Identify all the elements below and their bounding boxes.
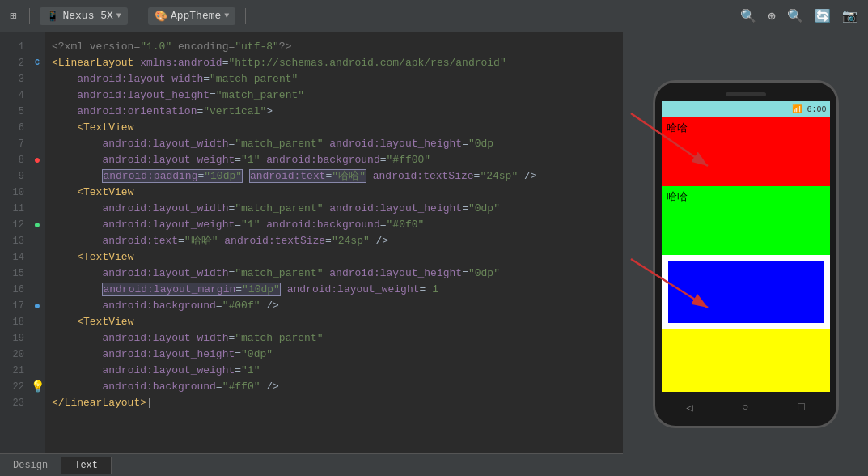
blue-section: [668, 261, 824, 324]
zoom-fit-btn[interactable]: ⊕: [764, 6, 779, 26]
code-line-12: android:layout_weight="1" android:backgr…: [45, 217, 623, 233]
ln-21: 21: [13, 363, 24, 379]
ln-22: 22: [13, 379, 24, 395]
code-area[interactable]: 1 2 3 4 5 6 7 8 9 10 11 12 13 14 15 16 1…: [0, 32, 623, 453]
ln-18: 18: [13, 314, 24, 330]
code-line-22: android:background="#ff0" />: [45, 379, 623, 395]
tab-text[interactable]: Text: [61, 457, 112, 474]
screen-content: 哈哈 哈哈: [662, 117, 830, 392]
main-area: 1 2 3 4 5 6 7 8 9 10 11 12 13 14 15 16 1…: [0, 32, 868, 476]
code-line-21: android:layout_weight="1": [45, 363, 623, 379]
device-selector[interactable]: 📱 Nexus 5X ▼: [40, 7, 127, 25]
tab-design[interactable]: Design: [0, 457, 61, 474]
ln-4: 4: [19, 87, 24, 104]
code-line-10: <TextView: [45, 185, 623, 201]
ln-12: 12: [13, 217, 24, 233]
device-arrow: ▼: [116, 11, 121, 20]
code-line-16: android:layout_margin="10dp" android:lay…: [45, 282, 623, 298]
ln-20: 20: [13, 346, 24, 363]
code-line-13: android:text="哈哈" android:textSize="24sp…: [45, 233, 623, 249]
ln-9: 9: [19, 168, 24, 185]
ln-1: 1: [19, 39, 24, 55]
ln-11: 11: [13, 201, 24, 217]
ln-10: 10: [13, 185, 24, 201]
ln-7: 7: [19, 136, 24, 152]
code-line-23: </LinearLayout>|: [45, 395, 623, 411]
code-line-3: android:layout_width="match_parent": [45, 71, 623, 87]
device-icon: 📱: [46, 10, 59, 23]
back-icon[interactable]: ◁: [686, 401, 692, 414]
code-line-11: android:layout_width="match_parent" andr…: [45, 201, 623, 217]
yellow-section: [662, 329, 830, 392]
status-text: 📶 6:00: [792, 104, 826, 114]
code-editor: 1 2 3 4 5 6 7 8 9 10 11 12 13 14 15 16 1…: [0, 32, 623, 476]
ln-13: 13: [13, 233, 24, 249]
code-line-9: android:padding="10dp" android:text="哈哈"…: [45, 168, 623, 185]
home-icon[interactable]: ○: [742, 401, 748, 414]
code-line-1: <?xml version="1.0" encoding="utf-8"?>: [45, 39, 623, 55]
code-line-20: android:layout_height="0dp": [45, 346, 623, 363]
g-8: ●: [34, 152, 40, 168]
ln-6: 6: [19, 120, 24, 136]
code-line-19: android:layout_width="match_parent": [45, 330, 623, 346]
ln-23: 23: [13, 395, 24, 411]
code-line-5: android:orientation="vertical">: [45, 104, 623, 120]
ln-19: 19: [13, 330, 24, 346]
camera-btn[interactable]: 📷: [839, 6, 862, 26]
red-text: 哈哈: [667, 122, 688, 134]
separator-2: [138, 8, 138, 24]
code-line-15: android:layout_width="match_parent" andr…: [45, 266, 623, 282]
bottom-tabs: Design Text: [0, 453, 623, 476]
device-preview: 📶 6:00 哈哈 哈哈 ◁ ○ □: [623, 32, 868, 476]
separator-3: [245, 8, 246, 24]
ln-14: 14: [13, 249, 24, 266]
phone-speaker: [726, 92, 766, 96]
ln-16: 16: [13, 282, 24, 298]
device-label: Nexus 5X: [62, 10, 112, 22]
separator-1: [29, 8, 30, 24]
toolbar-right: 🔍 ⊕ 🔍 🔄 📷: [737, 6, 862, 26]
phone-screen: 📶 6:00 哈哈 哈哈: [662, 101, 830, 392]
code-line-7: android:layout_width="match_parent" andr…: [45, 136, 623, 152]
g-12: ●: [34, 217, 40, 233]
code-line-6: <TextView: [45, 120, 623, 136]
layout-icon[interactable]: ⊞: [6, 7, 19, 24]
line-numbers: 1 2 3 4 5 6 7 8 9 10 11 12 13 14 15 16 1…: [0, 32, 29, 453]
code-line-4: android:layout_height="match_parent": [45, 87, 623, 104]
g-22: 💡: [31, 379, 44, 395]
ln-5: 5: [19, 104, 24, 120]
phone-nav-bar: ◁ ○ □: [662, 395, 830, 419]
theme-label: AppTheme: [171, 10, 221, 22]
ln-17: 17: [13, 298, 24, 314]
theme-arrow: ▼: [224, 11, 229, 20]
zoom-out-btn[interactable]: 🔍: [784, 6, 807, 26]
code-lines[interactable]: <?xml version="1.0" encoding="utf-8"?> <…: [45, 32, 623, 453]
ln-2: 2: [19, 55, 24, 71]
zoom-in-btn[interactable]: 🔍: [737, 6, 760, 26]
gutter: C ● ● ● 💡: [29, 32, 45, 453]
code-line-2: <LinearLayout xmlns:android="http://sche…: [45, 55, 623, 71]
green-text: 哈哈: [667, 191, 688, 203]
theme-selector[interactable]: 🎨 AppTheme ▼: [148, 7, 235, 25]
code-line-14: <TextView: [45, 249, 623, 266]
green-section: 哈哈: [662, 186, 830, 255]
red-section: 哈哈: [662, 117, 830, 186]
toolbar: ⊞ 📱 Nexus 5X ▼ 🎨 AppTheme ▼ 🔍 ⊕ 🔍 🔄 📷: [0, 0, 868, 32]
status-bar: 📶 6:00: [662, 101, 830, 117]
ln-3: 3: [19, 71, 24, 87]
g-17: ●: [34, 298, 40, 314]
code-line-18: <TextView: [45, 314, 623, 330]
code-line-17: android:background="#00f" />: [45, 298, 623, 314]
recents-icon[interactable]: □: [798, 401, 805, 414]
phone-device: 📶 6:00 哈哈 哈哈 ◁ ○ □: [653, 80, 839, 428]
refresh-btn[interactable]: 🔄: [811, 6, 834, 26]
theme-icon: 🎨: [155, 10, 167, 23]
g-2: C: [35, 55, 40, 71]
ln-8: 8: [19, 152, 24, 168]
ln-15: 15: [13, 266, 24, 282]
code-line-8: android:layout_weight="1" android:backgr…: [45, 152, 623, 168]
